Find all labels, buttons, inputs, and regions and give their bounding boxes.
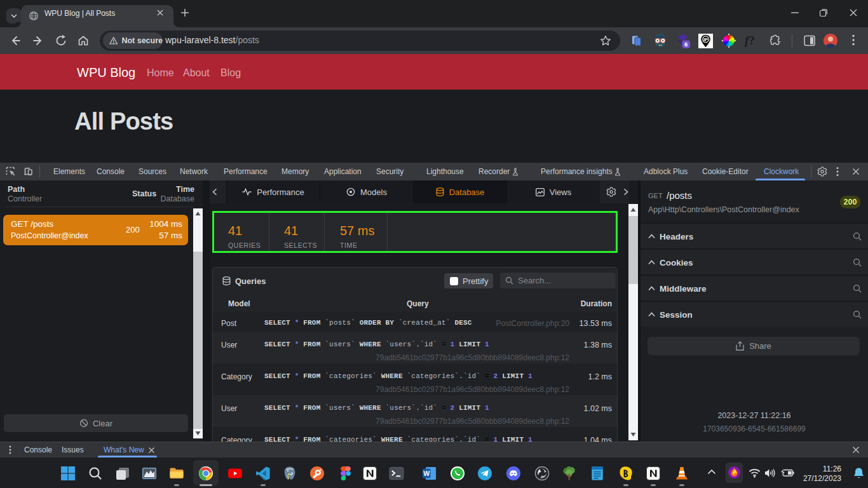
svg-text:IP: IP xyxy=(703,37,708,43)
svg-text:6: 6 xyxy=(684,41,688,48)
svg-text:W: W xyxy=(423,470,430,477)
